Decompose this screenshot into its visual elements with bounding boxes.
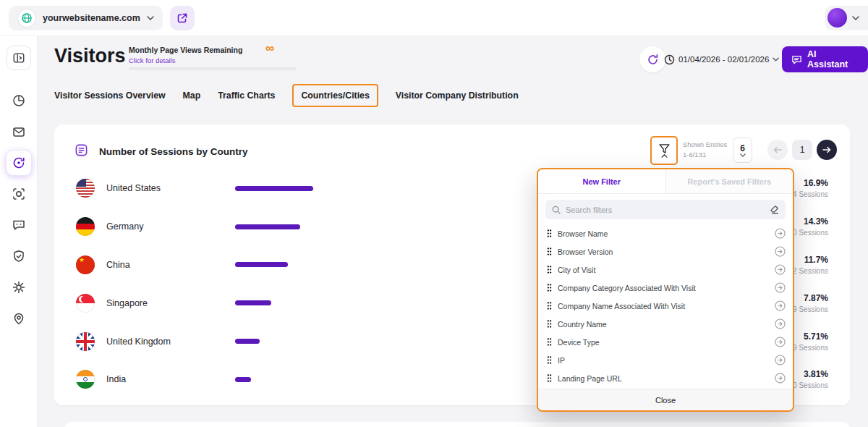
- list-item[interactable]: Company Category Associated With Visit: [547, 279, 786, 297]
- sessions-bar: [235, 224, 300, 229]
- sessions-bar: [235, 377, 251, 382]
- page-views-label: Monthly Page Views Remaining: [129, 46, 242, 54]
- country-stats: 3.81% 40 Sessions: [789, 369, 828, 389]
- card-title: Number of Sessions by Country: [99, 146, 248, 157]
- drag-handle-icon[interactable]: [547, 229, 552, 237]
- previous-page-button[interactable]: [767, 140, 788, 160]
- list-item[interactable]: Country Name: [547, 315, 786, 333]
- sidebar-item-visitors[interactable]: [4, 147, 33, 178]
- arrow-circle-icon[interactable]: [775, 282, 786, 293]
- drag-handle-icon[interactable]: [547, 374, 552, 382]
- drag-handle-icon[interactable]: [547, 302, 552, 310]
- external-link-icon: [177, 13, 187, 23]
- arrow-circle-icon[interactable]: [775, 373, 786, 384]
- arrow-circle-icon[interactable]: [775, 228, 786, 239]
- sessions-percent: 11.7%: [789, 255, 828, 265]
- page-views-details-link[interactable]: Click for details: [129, 56, 242, 64]
- sessions-bar: [235, 300, 271, 305]
- country-name: United Kingdom: [106, 337, 235, 347]
- drag-handle-icon[interactable]: [547, 356, 552, 364]
- drag-handle-icon[interactable]: [547, 284, 552, 292]
- arrow-circle-icon[interactable]: [775, 246, 786, 257]
- gear-icon: [12, 280, 26, 295]
- sidebar-item-support[interactable]: [4, 303, 33, 334]
- search-input[interactable]: [566, 206, 765, 214]
- drag-handle-icon[interactable]: [547, 320, 552, 328]
- page-views-value: ∞: [265, 41, 274, 56]
- tab-countries-cities[interactable]: Countries/Cities: [292, 84, 378, 107]
- sessions-count: 09 Sessions: [789, 305, 828, 313]
- sessions-percent: 7.87%: [789, 293, 828, 303]
- close-button[interactable]: Close: [538, 389, 793, 410]
- drag-handle-icon[interactable]: [547, 248, 552, 255]
- filter-option-label: Country Name: [558, 320, 769, 329]
- arrow-circle-icon[interactable]: [775, 355, 786, 365]
- shown-entries-range: 1-6/131: [683, 150, 727, 160]
- tab-map[interactable]: Map: [183, 90, 201, 101]
- panel-toggle-icon[interactable]: [7, 46, 31, 70]
- filter-button[interactable]: [650, 136, 678, 165]
- list-item[interactable]: City of Visit: [547, 261, 786, 279]
- open-website-button[interactable]: [170, 6, 195, 30]
- list-item[interactable]: IP: [547, 351, 786, 369]
- app-window: yourwebsitename.com: [0, 0, 868, 427]
- sidebar-item-companies[interactable]: [4, 178, 33, 209]
- main-content: Visitors Monthly Page Views Remaining Cl…: [38, 36, 868, 427]
- arrow-left-icon: [773, 146, 782, 153]
- sessions-bar: [235, 339, 260, 344]
- ai-assistant-button[interactable]: AI Assistant: [782, 46, 868, 72]
- sessions-percent: 16.9%: [789, 178, 828, 188]
- account-menu[interactable]: [825, 6, 868, 30]
- visitors-icon: [6, 150, 32, 176]
- drag-handle-icon[interactable]: [547, 266, 552, 274]
- sidebar-item-settings[interactable]: [4, 271, 33, 303]
- arrow-circle-icon[interactable]: [775, 264, 786, 275]
- shield-icon: [12, 249, 26, 263]
- drag-handle-icon[interactable]: [547, 338, 552, 346]
- list-item[interactable]: Device Type: [547, 333, 786, 351]
- sessions-percent: 14.3%: [789, 216, 828, 227]
- list-item[interactable]: Browser Name: [547, 224, 786, 242]
- tab-visitor-sessions-overview[interactable]: Visitor Sessions Overview: [54, 90, 166, 101]
- tab-saved-filters[interactable]: Report's Saved Filters: [666, 169, 793, 193]
- list-item[interactable]: Browser Version: [547, 242, 786, 261]
- sidebar-item-mail[interactable]: [4, 116, 33, 147]
- page-size-select[interactable]: 6: [733, 138, 752, 163]
- chevron-down-icon: [773, 57, 779, 62]
- page-views-remaining: Monthly Page Views Remaining Click for d…: [129, 46, 242, 64]
- arrow-circle-icon[interactable]: [775, 300, 786, 311]
- scan-icon: [12, 187, 26, 201]
- arrow-circle-icon[interactable]: [775, 337, 786, 347]
- list-item[interactable]: Company Name Associated With Visit: [547, 297, 786, 315]
- refresh-button[interactable]: [639, 46, 665, 72]
- filter-option-label: City of Visit: [558, 266, 769, 274]
- eraser-icon[interactable]: [770, 205, 779, 214]
- tab-new-filter[interactable]: New Filter: [538, 169, 666, 193]
- list-item[interactable]: Landing Page URL: [547, 369, 786, 387]
- country-stats: 11.7% 52 Sessions: [789, 255, 828, 275]
- site-selector-label: yourwebsitename.com: [43, 13, 140, 23]
- filter-option-label: Company Name Associated With Visit: [558, 302, 769, 310]
- tab-visitor-company-distribution[interactable]: Visitor Company Distribution: [396, 90, 519, 101]
- filter-search: [545, 200, 786, 219]
- arrow-right-icon: [822, 146, 831, 153]
- sidebar-item-feedback[interactable]: [4, 209, 33, 240]
- page-number[interactable]: 1: [792, 140, 812, 160]
- next-page-button[interactable]: [817, 140, 837, 160]
- next-card-edge: [64, 422, 851, 427]
- sessions-count: 50 Sessions: [789, 229, 828, 237]
- site-selector[interactable]: yourwebsitename.com: [9, 6, 163, 30]
- flag-china: ★: [76, 255, 95, 274]
- sidebar-item-privacy[interactable]: [4, 240, 33, 271]
- arrow-circle-icon[interactable]: [775, 318, 786, 329]
- country-stats: 16.9% 54 Sessions: [789, 178, 828, 198]
- date-range-picker[interactable]: 01/04/2026 - 02/01/2026: [664, 46, 779, 72]
- sidebar-item-dashboard[interactable]: [4, 85, 33, 116]
- ai-assistant-label: AI Assistant: [807, 49, 859, 69]
- sessions-percent: 5.71%: [789, 331, 828, 342]
- tab-traffic-charts[interactable]: Traffic Charts: [218, 90, 275, 101]
- sessions-count: 59 Sessions: [789, 344, 828, 352]
- filter-option-label: Device Type: [558, 338, 769, 347]
- chevron-up-icon: [661, 154, 668, 158]
- location-pin-icon: [12, 311, 26, 326]
